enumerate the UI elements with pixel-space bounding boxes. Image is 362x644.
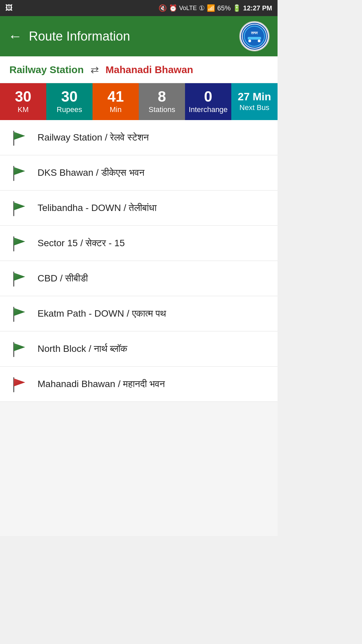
stat-min-number: 41 [108, 89, 124, 104]
stat-interchange: 0 Interchange [185, 83, 231, 120]
list-item[interactable]: Ekatm Path - DOWN / एकात्म पथ [0, 296, 278, 331]
status-right: 🔇 ⏰ VoLTE ① 📶 65% 🔋 12:27 PM [159, 4, 272, 12]
flag-icon-green [9, 339, 29, 359]
list-item[interactable]: Railway Station / रेलवे स्टेशन [0, 120, 278, 155]
station-name: Mahanadi Bhawan / महानदी भवन [38, 379, 165, 390]
list-item[interactable]: CBD / सीबीडी [0, 261, 278, 296]
mute-icon: 🔇 [159, 4, 167, 12]
route-from: Railway Station [9, 64, 84, 75]
svg-marker-29 [14, 378, 25, 386]
battery-icon: 🔋 [233, 4, 241, 12]
stat-stations-number: 8 [158, 89, 166, 104]
signal-bars: 📶 [207, 4, 215, 12]
flag-icon-green [9, 163, 29, 183]
svg-marker-23 [14, 308, 25, 316]
page-title: Route Information [29, 29, 130, 44]
photo-icon: 🖼 [5, 4, 13, 12]
route-arrow-icon: ⇄ [90, 64, 99, 75]
stat-min: 41 Min [93, 83, 139, 120]
alarm-icon: ⏰ [169, 4, 177, 12]
stat-nextbus: 27 Min Next Bus [231, 83, 278, 120]
stat-nextbus-label: Next Bus [239, 103, 269, 112]
stat-stations: 8 Stations [139, 83, 185, 120]
flag-icon-green [9, 127, 29, 148]
svg-text:तत्पर: तत्पर [251, 31, 258, 35]
status-bar: 🖼 🔇 ⏰ VoLTE ① 📶 65% 🔋 12:27 PM [0, 0, 278, 16]
station-name: North Block / नार्थ ब्लॉक [38, 343, 127, 355]
sim-icon: ① [199, 4, 205, 12]
station-name: Sector 15 / सेक्टर - 15 [38, 238, 125, 249]
stat-stations-label: Stations [148, 105, 175, 114]
svg-point-5 [258, 40, 260, 42]
svg-marker-26 [14, 343, 25, 351]
network-icon: VoLTE [179, 5, 197, 12]
stat-nextbus-number: 27 Min [238, 91, 271, 102]
time-display: 12:27 PM [243, 4, 272, 12]
svg-marker-14 [14, 202, 25, 210]
stat-min-label: Min [110, 105, 121, 114]
list-item[interactable]: DKS Bhawan / डीकेएस भवन [0, 155, 278, 191]
flag-icon-red [9, 374, 29, 394]
flag-icon-green [9, 233, 29, 253]
svg-marker-17 [14, 237, 25, 246]
stat-km-number: 30 [15, 89, 32, 104]
station-name: Telibandha - DOWN / तेलीबांधा [38, 203, 157, 214]
station-name: Railway Station / रेलवे स्टेशन [38, 132, 149, 143]
stat-km: 30 KM [0, 83, 46, 120]
app-header: ← Route Information तत्पर [0, 16, 278, 56]
svg-marker-11 [14, 167, 25, 175]
svg-marker-8 [14, 132, 25, 140]
station-name: Ekatm Path - DOWN / एकात्म पथ [38, 308, 166, 319]
svg-rect-3 [248, 37, 261, 40]
station-name: CBD / सीबीडी [38, 273, 88, 284]
logo-inner: तत्पर [241, 23, 268, 50]
status-left: 🖼 [5, 4, 13, 12]
app-logo: तत्पर [239, 21, 269, 51]
stats-bar: 30 KM 30 Rupees 41 Min 8 Stations 0 Inte… [0, 83, 278, 120]
stat-rupees-number: 30 [61, 89, 78, 104]
stat-rupees: 30 Rupees [46, 83, 93, 120]
bottom-area [0, 402, 278, 536]
station-list: Railway Station / रेलवे स्टेशन DKS Bhawa… [0, 120, 278, 402]
stat-interchange-label: Interchange [189, 105, 228, 114]
list-item[interactable]: Telibandha - DOWN / तेलीबांधा [0, 191, 278, 226]
list-item[interactable]: Mahanadi Bhawan / महानदी भवन [0, 367, 278, 402]
logo-svg: तत्पर [242, 23, 267, 49]
header-left: ← Route Information [8, 28, 130, 44]
list-item[interactable]: Sector 15 / सेक्टर - 15 [0, 226, 278, 261]
battery-percent: 65% [217, 4, 231, 12]
svg-point-0 [242, 24, 266, 48]
back-button[interactable]: ← [8, 28, 22, 44]
flag-icon-green [9, 304, 29, 324]
station-name: DKS Bhawan / डीकेएस भवन [38, 167, 144, 178]
svg-marker-20 [14, 273, 25, 281]
flag-icon-green [9, 268, 29, 288]
stat-interchange-number: 0 [204, 89, 212, 104]
list-item[interactable]: North Block / नार्थ ब्लॉक [0, 331, 278, 367]
route-to: Mahanadi Bhawan [106, 64, 193, 75]
svg-point-4 [248, 40, 251, 42]
stat-km-label: KM [18, 105, 29, 114]
route-header: Railway Station ⇄ Mahanadi Bhawan [0, 56, 278, 83]
flag-icon-green [9, 198, 29, 218]
stat-rupees-label: Rupees [57, 105, 82, 114]
